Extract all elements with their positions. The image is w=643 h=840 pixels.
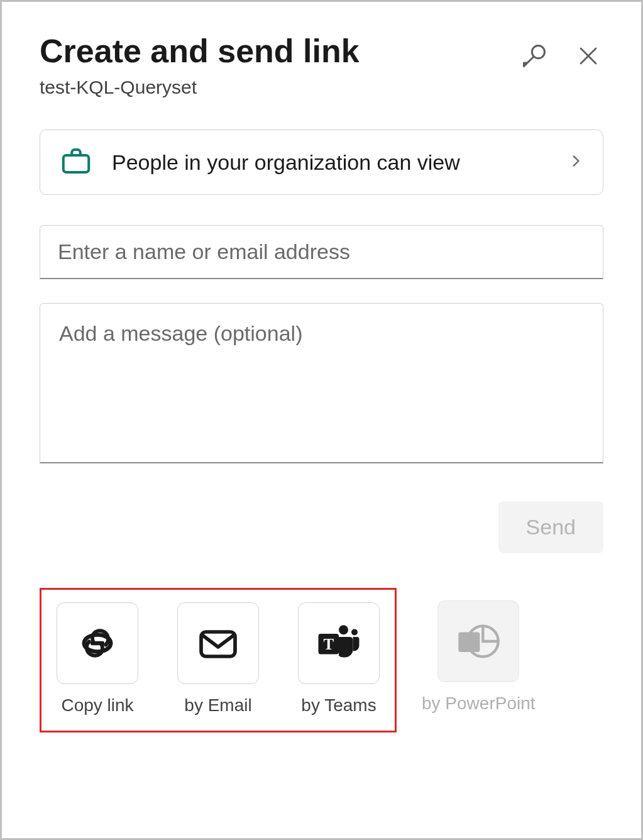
teams-icon: T — [298, 602, 380, 684]
key-icon — [520, 42, 548, 70]
send-button[interactable]: Send — [498, 501, 603, 553]
dialog-title: Create and send link — [40, 33, 519, 69]
link-icon — [57, 602, 138, 684]
permission-selector[interactable]: People in your organization can view — [40, 130, 603, 195]
svg-point-10 — [351, 629, 358, 636]
permissions-button[interactable] — [519, 41, 549, 71]
email-label: by Email — [184, 695, 251, 716]
teams-option[interactable]: T by Teams — [298, 602, 380, 716]
chevron-right-icon — [568, 153, 584, 172]
permission-text: People in your organization can view — [112, 146, 549, 179]
svg-rect-6 — [201, 632, 235, 656]
briefcase-icon — [59, 144, 93, 180]
copy-link-label: Copy link — [61, 695, 133, 716]
send-row: Send — [40, 501, 603, 553]
header-actions — [519, 33, 603, 71]
svg-point-9 — [339, 625, 348, 634]
message-input[interactable] — [40, 303, 603, 463]
close-icon — [577, 45, 600, 67]
recipient-input[interactable] — [40, 225, 603, 279]
email-option[interactable]: by Email — [177, 602, 259, 716]
share-options: Copy link by Email T — [40, 588, 603, 732]
svg-text:T: T — [323, 636, 334, 653]
close-button[interactable] — [573, 41, 603, 71]
powerpoint-icon: P — [437, 600, 519, 682]
header-text: Create and send link test-KQL-Queryset — [40, 33, 519, 98]
teams-label: by Teams — [301, 695, 376, 716]
copy-link-option[interactable]: Copy link — [57, 602, 138, 716]
mail-icon — [177, 602, 259, 684]
dialog-subtitle: test-KQL-Queryset — [40, 77, 519, 98]
svg-text:P: P — [464, 634, 474, 651]
svg-rect-3 — [63, 155, 89, 172]
highlighted-share-group: Copy link by Email T — [40, 588, 397, 732]
powerpoint-label: by PowerPoint — [422, 694, 536, 714]
dialog-header: Create and send link test-KQL-Queryset — [40, 33, 603, 98]
powerpoint-option[interactable]: P by PowerPoint — [422, 588, 536, 714]
